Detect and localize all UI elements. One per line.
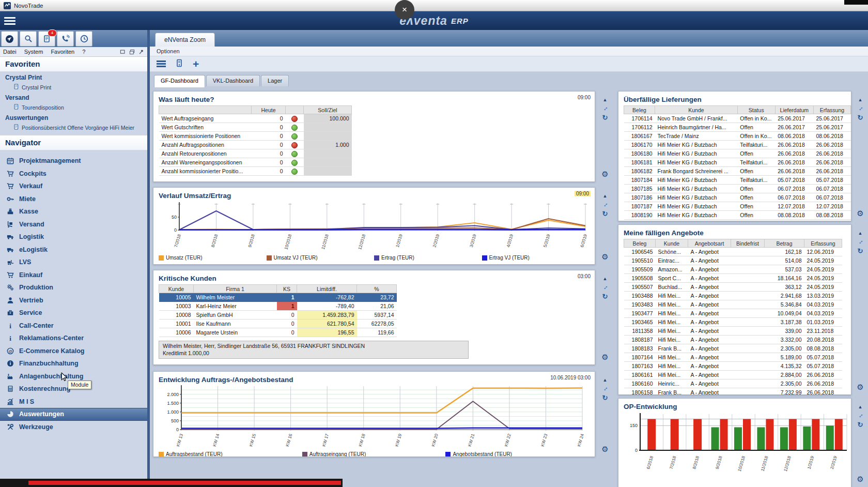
refresh-icon[interactable]: ↻ <box>602 114 608 121</box>
menu-item-[interactable]: ? <box>82 49 85 55</box>
sidebar-item-m-i-s[interactable]: M I S <box>0 395 147 408</box>
table-row[interactable]: 1806161Hifi Mei...A - Angebot2.884,0026.… <box>624 371 842 379</box>
collapse-icon[interactable]: ▲ <box>858 404 863 409</box>
expand-icon[interactable]: ↔ <box>600 282 610 292</box>
table-row[interactable]: 10006Magarete Urstein0196,55119,66 <box>159 328 397 337</box>
table-row[interactable]: 1903488Hifi Mei...A - Angebot2.941,6813.… <box>624 292 842 300</box>
gear-icon[interactable]: ⚙ <box>857 209 863 218</box>
favorite-item-crystal-print[interactable]: Crystal Print <box>0 82 147 92</box>
sidebar-item-versand[interactable]: Versand <box>0 218 147 231</box>
gear-icon[interactable]: ⚙ <box>857 383 863 392</box>
close-button[interactable]: × <box>395 0 414 20</box>
table-row[interactable]: Wert Gutschriften0 <box>159 123 352 132</box>
sidebar-item-werkzeuge[interactable]: Werkzeuge <box>0 421 147 434</box>
collapse-icon[interactable]: ▲ <box>858 97 863 102</box>
sidebar-item-miete[interactable]: Miete <box>0 193 147 206</box>
table-row[interactable]: 1806180Hifi Meier KG / ButzbachOffen26.0… <box>624 149 851 158</box>
favorite-item-tourendisposition[interactable]: Tourendisposition <box>0 102 147 112</box>
column-header[interactable] <box>159 106 252 114</box>
table-row[interactable]: 1806181Hifi Meier KG / ButzbachTeilfaktu… <box>624 158 851 167</box>
table-row[interactable]: Anzahl Auftragspositionen01.000 <box>159 141 352 149</box>
column-header[interactable]: Angebotsart <box>688 239 731 248</box>
refresh-icon[interactable]: ↻ <box>858 114 863 121</box>
maximize-icon[interactable] <box>119 49 126 55</box>
table-row[interactable]: 1807186Hifi Meier KG / ButzbachOffen06.0… <box>624 193 851 202</box>
expand-icon[interactable]: ↔ <box>856 410 865 420</box>
table-row[interactable]: 1903477Hifi Mei...A - Angebot10.049,0404… <box>624 309 842 318</box>
column-header[interactable]: Beleg <box>624 239 656 248</box>
column-header[interactable]: Erfassung <box>804 239 842 248</box>
expand-icon[interactable]: ↔ <box>600 103 610 113</box>
sidebar-item-elogistik[interactable]: eLogistik <box>0 244 147 256</box>
clock-button[interactable] <box>75 31 92 47</box>
sidebar-item-einkauf[interactable]: Einkauf <box>0 269 147 282</box>
sidebar-item-kasse[interactable]: Kasse <box>0 205 147 218</box>
sidebar-item-finanzbuchhaltung[interactable]: iFinanzbuchhaltung <box>0 357 147 370</box>
table-row[interactable]: 1806167TecTrade / MainzOffen in Ko...08.… <box>624 132 851 141</box>
menu-item-system[interactable]: System <box>24 49 43 55</box>
column-header[interactable]: Bindefrist <box>731 239 765 248</box>
search-button[interactable] <box>20 31 37 47</box>
column-header[interactable]: Kunde <box>655 106 738 114</box>
sidebar-item-call-center[interactable]: iCall-Center <box>0 319 147 332</box>
sidebar-item-cockpits[interactable]: Cockpits <box>0 168 147 180</box>
gear-icon[interactable]: ⚙ <box>857 475 863 484</box>
table-row[interactable]: 1808190Hifi Meier KG / ButzbachOffen08.0… <box>624 211 851 220</box>
expand-icon[interactable]: ↔ <box>600 384 610 393</box>
menu-item-favoriten[interactable]: Favoriten <box>51 49 74 55</box>
table-row[interactable]: 1706114Novo Trade GmbH / Frankf...Offen … <box>624 114 851 123</box>
table-row[interactable]: Wert Auftragseingang0100.000 <box>159 114 352 123</box>
gear-icon[interactable]: ⚙ <box>601 252 608 262</box>
table-row[interactable]: 1808187Hifi Mei...A - Angebot3.332,0020.… <box>624 336 842 344</box>
sidebar-item-service[interactable]: Service <box>0 307 147 319</box>
expand-icon[interactable]: ↔ <box>856 103 865 113</box>
column-header[interactable]: Erfassung <box>813 106 850 114</box>
refresh-icon[interactable]: ↻ <box>858 247 863 255</box>
table-row[interactable]: Anzahl Wareneingangspositionen0 <box>159 158 352 167</box>
table-row[interactable]: 1806160Heinric...A - Angebot2.305,0026.0… <box>624 379 842 388</box>
cascade-icon[interactable] <box>129 49 135 55</box>
document-icon[interactable] <box>175 59 183 69</box>
menu-item-datei[interactable]: Datei <box>3 49 17 55</box>
table-row[interactable]: 1903483Hifi Mei...A - Angebot5.346,8404.… <box>624 300 842 309</box>
sidebar-item-reklamations-center[interactable]: iReklamations-Center <box>0 332 147 345</box>
table-row[interactable]: 1807184Hifi Meier KG / ButzbachTeilfaktu… <box>624 176 851 185</box>
table-row[interactable]: 1807185Hifi Meier KG / ButzbachOffen06.0… <box>624 185 851 193</box>
table-row[interactable]: 1808183Frank B...A - Angebot2.305,0008.0… <box>624 344 842 353</box>
table-row[interactable]: 1905510Eintrac...A - Angebot514,0824.05.… <box>624 256 842 265</box>
table-row[interactable]: Anzahl Retourenpositionen0 <box>159 149 352 158</box>
table-row[interactable]: 1903465Hifi Mei...A - Angebot3.187,3801.… <box>624 318 842 327</box>
table-row[interactable]: 1807164Hifi Mei...A - Angebot5.189,0005.… <box>624 353 842 362</box>
table-row[interactable]: Anzahl kommissionierter Positio...0 <box>159 167 352 176</box>
column-header[interactable]: % <box>357 285 397 293</box>
column-header[interactable]: Lieferdatum <box>775 106 813 114</box>
sidebar-item-lvs[interactable]: LVS <box>0 256 147 269</box>
table-row[interactable]: 1807163Hifi Mei...A - Angebot4.135,3205.… <box>624 362 842 371</box>
table-row[interactable]: 10001Ilse Kaufmann0621.780,5462278,05 <box>159 319 397 328</box>
expand-icon[interactable]: ↔ <box>600 200 610 209</box>
tab-enventa-zoom[interactable]: eNVenta Zoom <box>155 33 215 47</box>
column-header[interactable]: Status <box>737 106 775 114</box>
sidebar-item-verkauf[interactable]: Verkauf <box>0 180 147 193</box>
tab-vkl-dashboard[interactable]: VKL-Dashboard <box>206 75 260 86</box>
table-row[interactable]: 10003Karl-Heinz Meier1-789,4021,06 <box>159 302 397 311</box>
sidebar-item-logistik[interactable]: Logistik <box>0 231 147 244</box>
table-row[interactable]: 1905507Buchlad...A - Angebot363,1224.05.… <box>624 283 842 292</box>
phone-button[interactable] <box>57 31 74 47</box>
table-row[interactable]: 1806182Frank Bongard Schreinerei ...Offe… <box>624 167 851 176</box>
sidebar-item-projektmanagement[interactable]: Projektmanagement <box>0 155 147 168</box>
column-header[interactable]: Limitdiff. <box>297 285 357 293</box>
table-row[interactable]: 1808191Frank Bongard SchreinereiOffen08.… <box>624 220 851 222</box>
gear-icon[interactable]: ⚙ <box>601 353 608 362</box>
favorite-item-positions-bersicht-offene-vorg-nge-hifi-meier[interactable]: Positionsübersicht Offene Vorgänge HiFi … <box>0 123 147 132</box>
collapse-icon[interactable]: ▲ <box>603 97 608 102</box>
column-header[interactable]: Beleg <box>624 106 655 114</box>
column-header[interactable]: Kunde <box>159 285 194 293</box>
table-row[interactable]: 10008Spielfun GmbH01.459.283,795937,14 <box>159 311 397 319</box>
column-header[interactable]: Betrag <box>765 239 804 248</box>
table-row[interactable]: 1905508Sport C...A - Angebot18.164,1624.… <box>624 274 842 283</box>
table-row[interactable]: 1806170Hifi Meier KG / ButzbachTeilfaktu… <box>624 141 851 149</box>
gear-icon[interactable]: ⚙ <box>601 445 608 454</box>
table-row[interactable]: 1706112Heinrich Baumgärtner / Ha...Offen… <box>624 123 851 132</box>
table-row[interactable]: 10005Wilhelm Meister1-762,8223,72 <box>159 293 397 302</box>
